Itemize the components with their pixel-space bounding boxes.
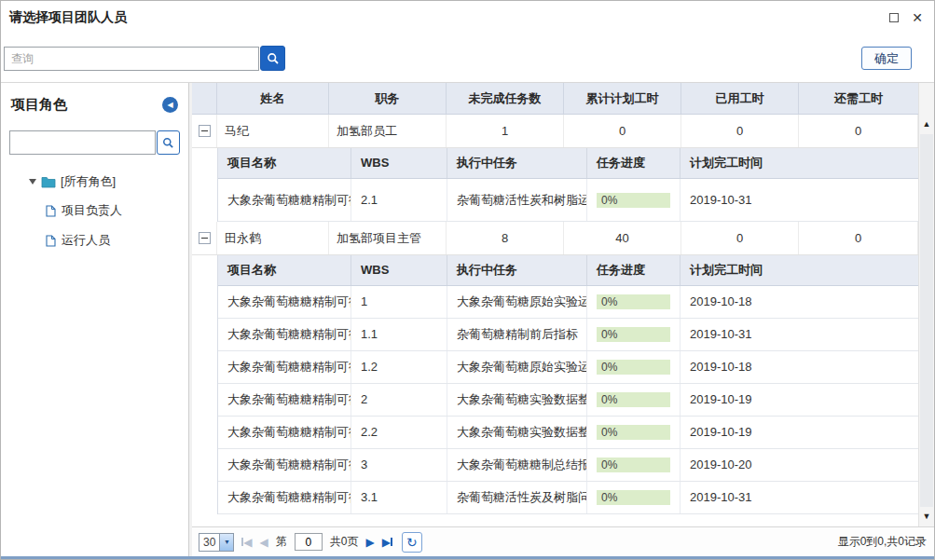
sub-column-header-project: 项目名称 [218, 148, 351, 178]
task-subtable: 项目名称 WBS 执行中任务 任务进度 计划完工时间 大象杂葡萄糖糖精制可行性 … [217, 255, 918, 514]
task-name: 大象杂葡萄糖原始实验运行 [447, 351, 587, 383]
chevron-down-icon: ▼ [219, 534, 233, 551]
progress-bar: 0% [597, 392, 670, 407]
task-wbs: 2.2 [351, 417, 447, 448]
progress-bar: 0% [597, 490, 670, 505]
member-name: 田永鹤 [217, 222, 329, 254]
subtable-header-row: 项目名称 WBS 执行中任务 任务进度 计划完工时间 [218, 255, 918, 286]
task-project: 大象杂葡萄糖糖精制可行性 [218, 286, 351, 318]
member-used: 0 [681, 115, 799, 147]
role-tree: [所有角色] 项目负责人 运行人员 [9, 170, 180, 255]
task-finish-date: 2019-10-18 [681, 351, 918, 383]
sub-column-header-finish: 计划完工时间 [681, 255, 918, 285]
member-needed: 0 [799, 115, 918, 147]
task-row[interactable]: 大象杂葡萄糖糖精制可行性 2 大象杂葡萄糖实验数据整理 0% 2019-10-1… [218, 384, 918, 417]
task-name: 杂葡萄糖精制前后指标 [447, 319, 587, 350]
page-number-input[interactable] [295, 533, 323, 551]
task-wbs: 2 [351, 384, 447, 416]
prev-page-button[interactable]: ◀ [260, 536, 268, 549]
last-page-button[interactable]: ▶ [382, 536, 392, 549]
first-page-button[interactable]: ◀ [241, 536, 252, 549]
search-icon [267, 52, 280, 65]
page-label-prefix: 第 [276, 534, 287, 550]
main-panel: 姓名 职务 未完成任务数 累计计划工时 已用工时 还需工时 马纪 加氢部员工 1… [189, 83, 934, 556]
task-row[interactable]: 大象杂葡萄糖糖精制可行性 3.1 杂葡萄糖活性炭及树脂问题 0% 2019-10… [218, 482, 918, 514]
tree-expander-icon[interactable] [29, 179, 36, 184]
page-size-select[interactable]: 30 ▼ [199, 533, 234, 552]
member-name: 马纪 [217, 115, 329, 147]
sub-column-header-progress: 任务进度 [587, 148, 681, 178]
task-subtable: 项目名称 WBS 执行中任务 任务进度 计划完工时间 大象杂葡萄糖糖精制可行性 … [217, 148, 918, 222]
member-position: 加氢部项目主管 [329, 222, 447, 254]
task-project: 大象杂葡萄糖糖精制可行性 [218, 417, 351, 448]
task-project: 大象杂葡萄糖糖精制可行性 [218, 449, 351, 481]
next-page-button[interactable]: ▶ [366, 536, 375, 549]
refresh-icon: ↻ [406, 535, 418, 550]
page-size-value: 30 [199, 534, 219, 551]
collapse-row-icon[interactable] [199, 125, 211, 137]
column-header-used-hours: 已用工时 [681, 83, 799, 114]
member-row[interactable]: 马纪 加氢部员工 1 0 0 0 [192, 115, 918, 148]
collapse-row-icon[interactable] [199, 232, 211, 244]
member-row[interactable]: 田永鹤 加氢部项目主管 8 40 0 0 [192, 222, 918, 255]
tree-item-label: 运行人员 [62, 232, 110, 249]
task-wbs: 1 [351, 286, 447, 318]
progress-bar: 0% [597, 425, 670, 440]
member-unfinished: 8 [447, 222, 564, 254]
member-planned: 0 [564, 115, 681, 147]
task-project: 大象杂葡萄糖糖精制可行性 [218, 319, 351, 350]
tree-node-all-roles[interactable]: [所有角色] [9, 170, 180, 196]
prev-page-icon: ◀ [260, 536, 268, 549]
progress-bar: 0% [597, 458, 670, 472]
task-name: 大象杂葡萄糖糖制总结报告 [447, 449, 587, 481]
task-row[interactable]: 大象杂葡萄糖糖精制可行性 2.1 杂葡萄糖活性炭和树脂运行 0% 2019-10… [218, 179, 918, 222]
progress-bar: 0% [597, 193, 670, 208]
member-table: 姓名 职务 未完成任务数 累计计划工时 已用工时 还需工时 马纪 加氢部员工 1… [192, 83, 918, 514]
scroll-up-icon[interactable]: ▲ [919, 116, 934, 132]
task-row[interactable]: 大象杂葡萄糖糖精制可行性 3 大象杂葡萄糖糖制总结报告 0% 2019-10-2… [218, 449, 918, 482]
scrollbar-thumb[interactable] [920, 134, 933, 507]
task-row[interactable]: 大象杂葡萄糖糖精制可行性 1.1 杂葡萄糖精制前后指标 0% 2019-10-3… [218, 319, 918, 351]
role-filter-input[interactable] [9, 130, 156, 155]
search-input[interactable] [4, 47, 259, 71]
toolbar: 确定 [1, 34, 934, 83]
refresh-button[interactable]: ↻ [402, 532, 422, 553]
member-used: 0 [681, 222, 799, 254]
maximize-icon[interactable] [889, 13, 899, 22]
role-search-button[interactable] [157, 130, 180, 155]
task-finish-date: 2019-10-31 [681, 482, 918, 513]
task-row[interactable]: 大象杂葡萄糖糖精制可行性 2.2 大象杂葡萄糖实验数据整理 0% 2019-10… [218, 417, 918, 449]
task-row[interactable]: 大象杂葡萄糖糖精制可行性 1 大象杂葡萄糖原始实验运行 0% 2019-10-1… [218, 286, 918, 319]
sub-column-header-task: 执行中任务 [447, 148, 587, 178]
vertical-scrollbar[interactable]: ▲ ▼ [918, 83, 934, 526]
scroll-down-icon[interactable]: ▼ [919, 509, 934, 525]
task-name: 大象杂葡萄糖原始实验运行 [447, 286, 587, 318]
task-row[interactable]: 大象杂葡萄糖糖精制可行性 1.2 大象杂葡萄糖原始实验运行 0% 2019-10… [218, 351, 918, 384]
confirm-button[interactable]: 确定 [861, 47, 912, 70]
tree-node-operator[interactable]: 运行人员 [9, 225, 180, 255]
task-project: 大象杂葡萄糖糖精制可行性 [218, 384, 351, 416]
file-icon [46, 235, 56, 247]
window-controls: ✕ [889, 11, 923, 24]
tree-node-project-leader[interactable]: 项目负责人 [9, 196, 180, 225]
first-page-icon: ◀ [243, 536, 252, 549]
progress-bar: 0% [597, 360, 670, 375]
task-wbs: 1.2 [351, 351, 447, 383]
progress-bar: 0% [597, 294, 670, 309]
dialog-bottom-border [1, 556, 934, 559]
progress-bar: 0% [597, 327, 670, 342]
task-wbs: 3 [351, 449, 447, 481]
close-icon[interactable]: ✕ [912, 11, 923, 24]
sub-column-header-wbs: WBS [351, 148, 447, 178]
search-button[interactable] [260, 46, 285, 71]
role-search-box [9, 130, 180, 155]
sidebar-collapse-button[interactable]: ◀ [162, 97, 178, 113]
column-header-name: 姓名 [217, 83, 329, 114]
task-wbs: 3.1 [351, 482, 447, 513]
task-wbs: 1.1 [351, 319, 447, 350]
sidebar: 项目角色 ◀ [所有角色] 项目负责人 [1, 83, 189, 556]
file-icon [46, 205, 56, 217]
task-name: 杂葡萄糖活性炭和树脂运行 [447, 179, 587, 221]
title-bar: 请选择项目团队人员 ✕ [1, 1, 934, 34]
record-summary: 显示0到0,共0记录 [838, 534, 927, 550]
